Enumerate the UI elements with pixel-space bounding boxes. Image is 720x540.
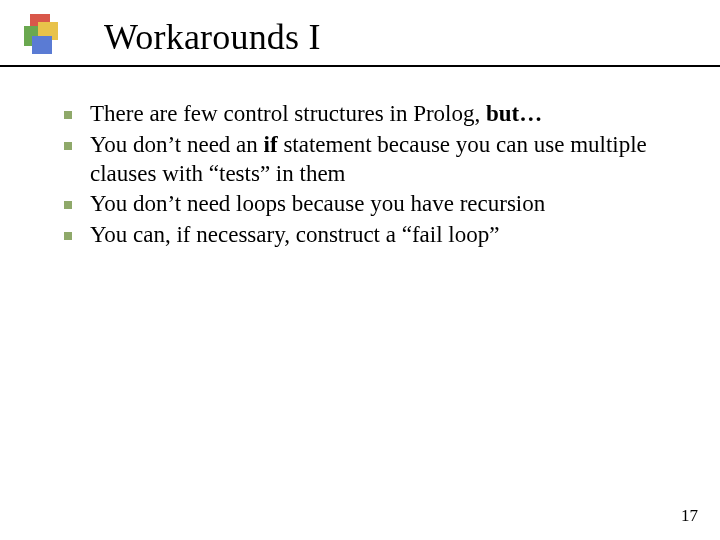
bullet-icon <box>64 111 72 119</box>
list-item: There are few control structures in Prol… <box>64 100 680 129</box>
list-item: You don’t need loops because you have re… <box>64 190 680 219</box>
title-underline <box>0 65 720 67</box>
bullet-icon <box>64 232 72 240</box>
list-item: You don’t need an if statement because y… <box>64 131 680 189</box>
slide: Workarounds I There are few control stru… <box>0 0 720 540</box>
slide-title: Workarounds I <box>104 16 321 58</box>
svg-rect-3 <box>32 36 52 54</box>
page-number: 17 <box>681 506 698 526</box>
bullet-icon <box>64 142 72 150</box>
bullet-text: You don’t need an if statement because y… <box>90 131 680 189</box>
slide-logo-icon <box>24 14 70 60</box>
bullet-text: You don’t need loops because you have re… <box>90 190 680 219</box>
bullet-text: There are few control structures in Prol… <box>90 100 680 129</box>
slide-body: There are few control structures in Prol… <box>64 100 680 252</box>
bullet-text: You can, if necessary, construct a “fail… <box>90 221 680 250</box>
list-item: You can, if necessary, construct a “fail… <box>64 221 680 250</box>
bullet-icon <box>64 201 72 209</box>
